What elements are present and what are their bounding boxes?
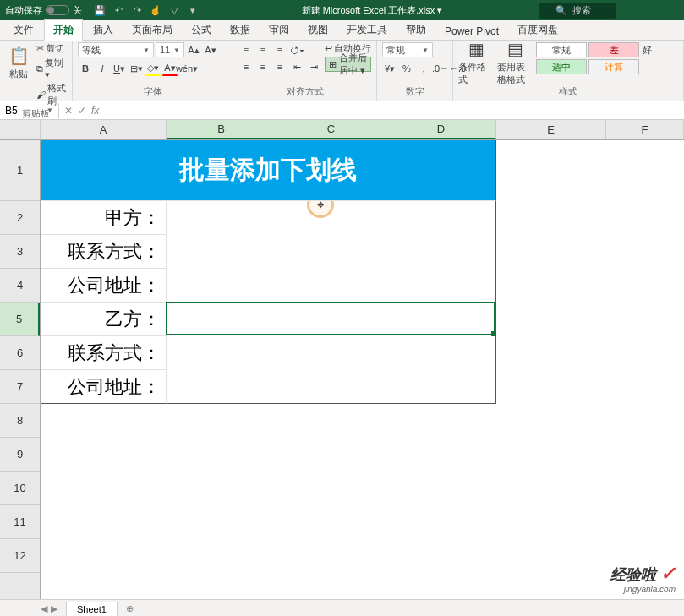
row-header-2[interactable]: 2 [0, 201, 40, 235]
autosave-toggle[interactable] [46, 5, 69, 15]
label-cell-row3[interactable]: 联系方式： [41, 235, 167, 269]
ribbon-tab-8[interactable]: 开发工具 [338, 20, 396, 40]
select-all-corner[interactable] [0, 120, 41, 140]
ribbon-tab-11[interactable]: 百度网盘 [509, 20, 566, 40]
data-cell-area-row5[interactable] [167, 303, 496, 336]
decrease-font-icon[interactable]: A▾ [203, 42, 218, 57]
autosave-label: 自动保存 [5, 4, 42, 17]
cut-button[interactable]: ✂剪切 [36, 42, 64, 55]
number-format-select[interactable]: 常规▼ [382, 42, 433, 57]
save-icon[interactable]: 💾 [92, 3, 107, 18]
col-header-A[interactable]: A [41, 120, 167, 139]
add-sheet-button[interactable]: ⊕ [119, 602, 140, 616]
col-header-C[interactable]: C [276, 120, 386, 139]
filter-icon[interactable]: ▽ [167, 3, 182, 18]
align-center-icon[interactable]: ≡ [255, 59, 271, 74]
align-bottom-icon[interactable]: ≡ [272, 42, 287, 57]
align-middle-icon[interactable]: ≡ [255, 42, 271, 57]
row-header-4[interactable]: 4 [0, 269, 40, 303]
currency-icon[interactable]: ¥▾ [382, 61, 397, 76]
redo-icon[interactable]: ↷ [129, 3, 145, 18]
touch-icon[interactable]: ☝ [148, 3, 163, 18]
row-header-3[interactable]: 3 [0, 235, 40, 269]
font-size-select[interactable]: 11▼ [156, 42, 184, 57]
search-input[interactable]: 🔍 搜索 [539, 3, 616, 19]
italic-icon[interactable]: I [95, 61, 110, 76]
ribbon-tab-5[interactable]: 数据 [222, 20, 259, 40]
ribbon-tab-0[interactable]: 文件 [5, 20, 42, 40]
fx-icon[interactable]: fx [91, 105, 99, 117]
merge-icon: ⊞ [329, 59, 337, 70]
fill-color-icon[interactable]: ◇▾ [145, 61, 161, 76]
enter-formula-icon[interactable]: ✓ [78, 105, 86, 117]
label-cell-row6[interactable]: 联系方式： [41, 336, 167, 370]
style-good[interactable]: 适中 [536, 59, 587, 74]
ribbon-tab-1[interactable]: 开始 [44, 19, 83, 41]
row-header-6[interactable]: 6 [0, 336, 40, 370]
row-header-11[interactable]: 11 [0, 505, 40, 539]
underline-icon[interactable]: U▾ [112, 61, 127, 76]
phonetic-icon[interactable]: wén▾ [179, 61, 194, 76]
data-cell-area-row2[interactable] [167, 201, 496, 235]
sheet-tab[interactable]: Sheet1 [66, 602, 118, 616]
percent-icon[interactable]: % [399, 61, 414, 76]
ribbon-tab-7[interactable]: 视图 [299, 20, 337, 40]
style-normal[interactable]: 常规 [536, 42, 587, 57]
font-group-label: 字体 [78, 85, 227, 99]
data-cell-area-row6[interactable] [167, 336, 496, 370]
ribbon-tab-2[interactable]: 插入 [85, 20, 122, 40]
row-header-8[interactable]: 8 [0, 404, 40, 438]
ribbon-tab-6[interactable]: 审阅 [260, 20, 298, 40]
paste-button[interactable]: 📋 粘贴 [5, 42, 33, 83]
align-right-icon[interactable]: ≡ [272, 59, 287, 74]
comma-icon[interactable]: , [416, 61, 431, 76]
style-calc[interactable]: 计算 [588, 59, 639, 74]
label-cell-row5[interactable]: 乙方： [41, 303, 167, 336]
row-header-5[interactable]: 5 [0, 303, 40, 336]
bold-icon[interactable]: B [78, 61, 93, 76]
formula-bar[interactable] [104, 109, 684, 112]
font-name-select[interactable]: 等线▼ [78, 42, 154, 57]
ribbon-tab-9[interactable]: 帮助 [397, 20, 435, 40]
label-cell-row7[interactable]: 公司地址： [41, 370, 167, 404]
ribbon-tab-10[interactable]: Power Pivot [436, 23, 507, 40]
number-group-label: 数字 [382, 85, 447, 99]
data-cell-area-row7[interactable] [167, 370, 496, 404]
col-header-B[interactable]: B [167, 120, 276, 139]
style-good-partial[interactable]: 好 [641, 44, 653, 57]
copy-button[interactable]: ⧉复制 ▾ [36, 57, 67, 80]
label-cell-row2[interactable]: 甲方： [41, 201, 167, 235]
data-cell-area-row4[interactable] [167, 269, 496, 303]
qat-more-icon[interactable]: ▾ [185, 3, 200, 18]
row-header-10[interactable]: 10 [0, 472, 40, 505]
increase-font-icon[interactable]: A▴ [186, 42, 201, 57]
label-cell-row4[interactable]: 公司地址： [41, 269, 167, 303]
orientation-icon[interactable]: ⭯▾ [289, 42, 304, 57]
merge-center-button[interactable]: ⊞合并后居中 ▾ [325, 57, 371, 72]
ribbon-tab-3[interactable]: 页面布局 [123, 20, 181, 40]
title-cell[interactable]: 批量添加下划线 [41, 140, 496, 201]
undo-icon[interactable]: ↶ [111, 3, 126, 18]
row-header-7[interactable]: 7 [0, 370, 40, 404]
conditional-format-button[interactable]: ▦条件格式 [458, 42, 494, 83]
align-top-icon[interactable]: ≡ [238, 42, 254, 57]
row-header-9[interactable]: 9 [0, 438, 40, 472]
indent-increase-icon[interactable]: ⇥ [306, 59, 321, 74]
row-header-1[interactable]: 1 [0, 140, 40, 201]
data-cell-area-row3[interactable] [167, 235, 496, 269]
col-header-F[interactable]: F [606, 120, 684, 139]
row-header-12[interactable]: 12 [0, 539, 40, 573]
sheet-prev-icon[interactable]: ◀ [41, 603, 47, 614]
align-left-icon[interactable]: ≡ [238, 59, 254, 74]
name-box[interactable]: B5▼ [0, 103, 59, 118]
sheet-next-icon[interactable]: ▶ [51, 603, 57, 614]
increase-decimal-icon[interactable]: .0→ [433, 61, 448, 76]
col-header-D[interactable]: D [386, 120, 496, 139]
table-format-button[interactable]: ▤套用表格格式 [497, 42, 533, 83]
col-header-E[interactable]: E [496, 120, 606, 139]
style-bad[interactable]: 差 [588, 42, 639, 57]
cancel-formula-icon[interactable]: ✕ [64, 105, 73, 117]
border-icon[interactable]: ⊞▾ [129, 61, 144, 76]
indent-decrease-icon[interactable]: ⇤ [289, 59, 304, 74]
ribbon-tab-4[interactable]: 公式 [183, 20, 220, 40]
